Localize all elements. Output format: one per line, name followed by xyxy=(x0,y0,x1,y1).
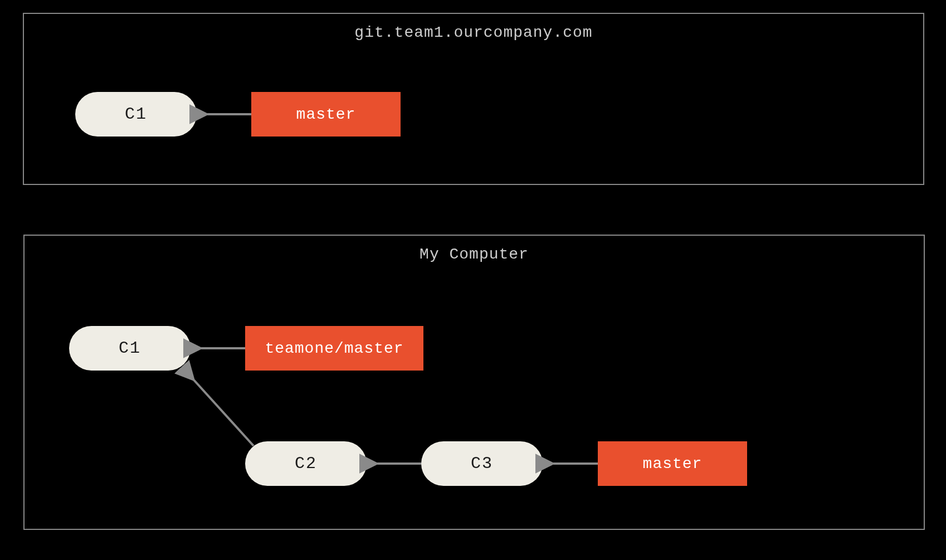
commit-c1-local: C1 xyxy=(69,326,191,371)
commit-c1-remote: C1 xyxy=(75,92,197,137)
branch-label: master xyxy=(296,106,356,123)
commit-c2-local: C2 xyxy=(245,441,367,486)
commit-label: C2 xyxy=(295,454,317,473)
remote-panel-title: git.team1.ourcompany.com xyxy=(354,24,592,41)
commit-label: C1 xyxy=(119,339,141,358)
commit-label: C3 xyxy=(471,454,493,473)
branch-master-local: master xyxy=(598,441,747,486)
branch-teamone-master: teamone/master xyxy=(245,326,423,371)
local-panel-title: My Computer xyxy=(420,246,529,263)
branch-master-remote: master xyxy=(251,92,401,137)
branch-label: master xyxy=(643,455,703,473)
branch-label: teamone/master xyxy=(265,340,403,357)
commit-c3-local: C3 xyxy=(421,441,543,486)
commit-label: C1 xyxy=(125,105,147,124)
